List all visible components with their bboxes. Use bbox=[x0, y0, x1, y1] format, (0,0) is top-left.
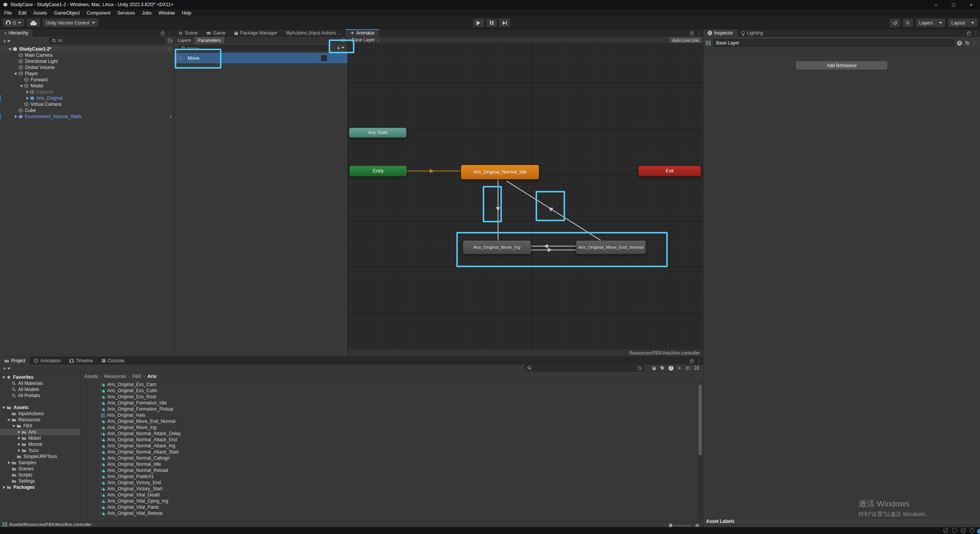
scrollbar[interactable] bbox=[698, 383, 702, 520]
asset-aris-original-normal-attack-ing[interactable]: Aris_Original_Normal_Attack_Ing bbox=[81, 443, 703, 449]
scrollbar-thumb[interactable] bbox=[698, 384, 702, 455]
asset-aris-original-move-end-normal[interactable]: Aris_Original_Move_End_Normal bbox=[81, 418, 703, 424]
lock-icon[interactable] bbox=[690, 360, 693, 363]
pause-button[interactable] bbox=[486, 18, 497, 27]
breadcrumb-aris[interactable]: Aris bbox=[147, 374, 156, 379]
tab-inspector[interactable]: Inspector bbox=[703, 29, 737, 37]
hierarchy-item-environment-narrow-walls[interactable]: Environment_Narrow_Walls› bbox=[0, 113, 174, 120]
hierarchy-item-main-camera[interactable]: Main Camera bbox=[0, 52, 174, 58]
tab-animator[interactable]: Animator bbox=[346, 29, 379, 37]
menu-file[interactable]: File bbox=[1, 9, 15, 17]
breadcrumb-resources[interactable]: Resources bbox=[104, 374, 126, 379]
asset-aris-original-victory-end[interactable]: Aris_Original_Victory_End bbox=[81, 480, 703, 486]
create-asset-button[interactable]: + bbox=[3, 365, 10, 371]
layers-dropdown[interactable]: Layers bbox=[916, 18, 946, 27]
lock-icon[interactable] bbox=[690, 33, 693, 35]
menu-assets[interactable]: Assets bbox=[30, 9, 51, 17]
add-parameter-button[interactable]: + bbox=[337, 44, 344, 51]
expand-arrow[interactable] bbox=[2, 484, 7, 490]
asset-aris-original-normal-reload[interactable]: Aris_Original_Normal_Reload bbox=[81, 467, 703, 473]
parameter-row-move[interactable]: Move bbox=[174, 53, 347, 63]
project-tree-item-all-prefabs[interactable]: All Prefabs bbox=[0, 393, 80, 399]
project-tree-item-midori[interactable]: Midori bbox=[0, 435, 80, 441]
state-node-aris-original-move-end-normal[interactable]: Aris_Original_Move_End_Normal bbox=[576, 240, 646, 254]
parameter-search-input[interactable]: Name bbox=[178, 45, 328, 51]
star-filter-icon[interactable]: ★ bbox=[677, 365, 682, 371]
expand-arrow[interactable] bbox=[16, 435, 21, 441]
asset-aris-original-normal-attack-start[interactable]: Aris_Original_Normal_Attack_Start bbox=[81, 449, 703, 455]
breadcrumb-assets[interactable]: Assets bbox=[84, 374, 98, 379]
tab-layers[interactable]: Layers bbox=[174, 37, 195, 43]
hierarchy-item-directional-light[interactable]: Directional Light bbox=[0, 58, 174, 64]
project-tree-item-scripts[interactable]: Scripts bbox=[0, 472, 80, 478]
state-machine-graph[interactable]: Base Layer › Auto Live Link Any StateEnt… bbox=[348, 37, 703, 357]
expand-arrow[interactable] bbox=[19, 83, 24, 89]
hierarchy-item-virtual-camera[interactable]: Virtual Camera bbox=[0, 101, 174, 107]
minimize-button[interactable]: – bbox=[927, 0, 945, 9]
asset-aris-original-normal-callsign[interactable]: Aris_Original_Normal_Callsign bbox=[81, 455, 703, 461]
tab-timeline[interactable]: Timeline bbox=[65, 357, 97, 365]
presets-icon[interactable] bbox=[965, 41, 970, 45]
asset-aris-original-vital-death[interactable]: Aris_Original_Vital_Death bbox=[81, 492, 703, 498]
project-tree-item-yuzu[interactable]: Yuzu bbox=[0, 447, 80, 453]
menu-gameobject[interactable]: GameObject bbox=[51, 9, 83, 17]
project-tree-item-settings[interactable]: Settings bbox=[0, 478, 80, 484]
project-tree-item-assets[interactable]: Assets bbox=[0, 404, 80, 411]
add-gameobject-button[interactable]: + bbox=[3, 38, 10, 44]
hierarchy-item-player[interactable]: Player bbox=[0, 71, 174, 77]
expand-arrow[interactable] bbox=[13, 71, 18, 77]
asset-aris-original-victory-start[interactable]: Aris_Original_Victory_Start bbox=[81, 486, 703, 492]
asset-aris-original-vital-dying-ing[interactable]: Aris_Original_Vital_Dying_Ing bbox=[81, 498, 703, 504]
package-filter-icon[interactable] bbox=[652, 366, 656, 370]
expand-arrow[interactable] bbox=[16, 447, 21, 453]
breadcrumb-fbx[interactable]: FBX bbox=[132, 374, 141, 379]
menu-component[interactable]: Component bbox=[83, 9, 114, 17]
tab-lighting[interactable]: Lighting bbox=[737, 29, 767, 37]
expand-arrow[interactable] bbox=[7, 417, 11, 423]
breadcrumb-base-layer[interactable]: Base Layer bbox=[352, 37, 375, 43]
asset-aris-original-normal-idle[interactable]: Aris_Original_Normal_Idle bbox=[81, 461, 703, 467]
menu-edit[interactable]: Edit bbox=[15, 9, 30, 17]
eye-icon[interactable] bbox=[685, 366, 690, 370]
slider-knob[interactable] bbox=[669, 524, 672, 527]
asset-aris-original-formation-idle[interactable]: Aris_Original_Formation_Idle bbox=[81, 400, 703, 406]
expand-arrow[interactable] bbox=[13, 113, 18, 120]
expand-arrow[interactable] bbox=[2, 404, 7, 411]
tab-project[interactable]: Project bbox=[0, 357, 29, 365]
tab-game[interactable]: Game bbox=[202, 29, 230, 37]
tab-package-manager[interactable]: Package Manager bbox=[230, 29, 282, 37]
state-node-aris-original-normal-idle[interactable]: Aris_Original_Normal_Idle bbox=[461, 165, 539, 179]
tab-scene[interactable]: Scene bbox=[174, 29, 202, 37]
asset-aris-original-exs-cutin[interactable]: Aris_Original_Exs_Cutin bbox=[81, 388, 703, 394]
maximize-button[interactable]: □ bbox=[945, 0, 962, 9]
parameter-name[interactable]: Move bbox=[188, 56, 200, 61]
tab-myactions-input-actions[interactable]: MyActions (Input Actions ... bbox=[282, 29, 346, 37]
project-tree-item-fbx[interactable]: FBX bbox=[0, 423, 80, 429]
project-tree-item-aris[interactable]: Aris bbox=[0, 429, 80, 435]
drag-handle-icon[interactable] bbox=[178, 57, 183, 59]
hierarchy-item-global-volume[interactable]: Global Volume bbox=[0, 64, 174, 71]
ok-status-icon[interactable] bbox=[970, 528, 975, 533]
menu-jobs[interactable]: Jobs bbox=[138, 9, 155, 17]
layout-dropdown[interactable]: Layout bbox=[948, 18, 978, 27]
parameter-bool-checkbox[interactable] bbox=[321, 55, 327, 61]
project-tree-item-favorites[interactable]: Favorites bbox=[0, 374, 80, 380]
tab-parameters[interactable]: Parameters bbox=[195, 37, 224, 43]
kebab-icon[interactable]: ⋮ bbox=[973, 30, 978, 36]
expand-arrow[interactable] bbox=[8, 46, 13, 52]
kebab-icon[interactable]: ⋮ bbox=[972, 40, 977, 46]
kebab-icon[interactable]: ⋮ bbox=[696, 30, 701, 36]
auto-live-link-button[interactable]: Auto Live Link bbox=[670, 37, 701, 43]
expand-arrow[interactable] bbox=[16, 429, 21, 435]
tab-hierarchy[interactable]: ≡ Hierarchy bbox=[0, 29, 33, 37]
label-filter-icon[interactable] bbox=[660, 366, 665, 370]
expand-arrow[interactable] bbox=[25, 95, 30, 101]
expand-arrow[interactable] bbox=[16, 441, 21, 447]
layers-status-icon[interactable] bbox=[952, 528, 957, 533]
asset-aris-original-vital-panic[interactable]: Aris_Original_Vital_Panic bbox=[81, 504, 703, 510]
project-tree-item-samples[interactable]: Samples bbox=[0, 460, 80, 466]
kebab-icon[interactable]: ⋮ bbox=[167, 46, 172, 52]
help-icon[interactable] bbox=[957, 41, 962, 46]
expand-arrow[interactable] bbox=[25, 89, 30, 95]
open-prefab-chevron[interactable]: › bbox=[170, 113, 172, 120]
